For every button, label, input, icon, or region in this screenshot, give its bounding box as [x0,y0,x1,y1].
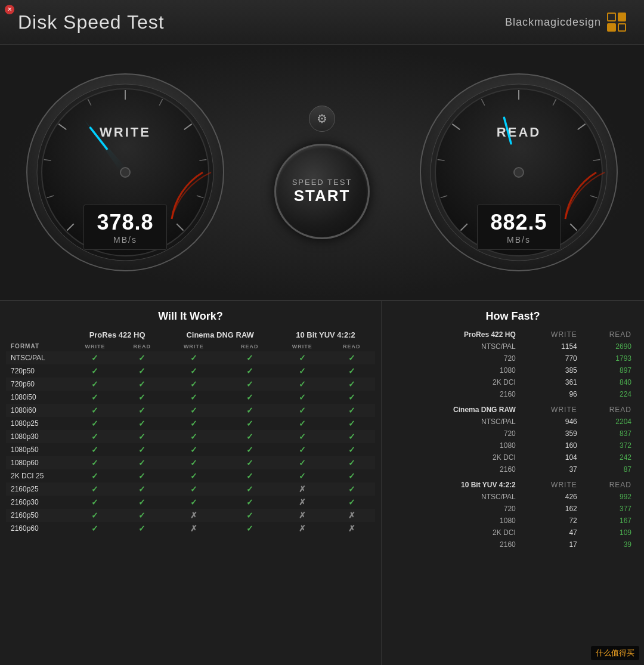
hf-group-row: Cinema DNG RAWWRITEREAD [391,404,635,416]
wiw-cell: ✓ [223,456,276,469]
wiw-cell: ✓ [276,456,329,469]
wiw-cell: ✓ [70,391,120,404]
hf-read-value: 1793 [581,352,635,364]
hf-title: How Fast? [391,310,635,323]
wiw-sh-3: WRITE [164,341,223,351]
hf-write-value: 96 [519,388,581,400]
wiw-cell: ✓ [120,391,164,404]
read-value-box: 882.5 MB/s [477,205,561,250]
settings-button[interactable]: ⚙ [309,106,335,132]
hf-row-label: 1080 [391,364,519,376]
hf-write-value: 37 [519,463,581,475]
start-label1: SPEED TEST [292,178,352,187]
read-value: 882.5 [490,210,548,235]
will-it-work-panel: Will It Work? ProRes 422 HQ Cinema DNG R… [0,301,382,665]
wiw-cell: ✓ [70,522,120,535]
hf-group-row: 10 Bit YUV 4:2:2WRITEREAD [391,479,635,491]
hf-row-label: 1080 [391,440,519,451]
wiw-cell: ✓ [329,378,375,391]
hf-data-row: 21601739 [391,539,635,550]
hf-write-value: 47 [519,527,581,539]
hf-write-value: 1154 [519,341,581,352]
write-gauge: WRITE [24,71,227,274]
wiw-cell: ✓ [164,482,223,496]
wiw-cell: ✓ [120,522,164,535]
start-button[interactable]: SPEED TEST START [274,144,370,239]
wiw-cell: ✓ [223,509,276,522]
wiw-cell: ✓ [223,391,276,404]
wiw-cell: ✗ [276,496,329,509]
wiw-cell: ✓ [70,482,120,496]
wiw-cell: ✓ [164,443,223,456]
wiw-cell: ✓ [164,417,223,430]
wiw-cell: ✓ [164,364,223,378]
watermark: 什么值得买 [591,646,639,660]
data-section: Will It Work? ProRes 422 HQ Cinema DNG R… [0,301,644,665]
wiw-cell: ✓ [329,482,375,496]
wiw-cell: ✓ [329,391,375,404]
hf-group-row: ProRes 422 HQWRITEREAD [391,329,635,341]
hf-write-value: 426 [519,491,581,503]
hf-data-row: 108072167 [391,515,635,527]
wiw-cell: ✓ [329,364,375,378]
hf-write-header: WRITE [519,329,581,341]
wiw-cell: ✓ [329,496,375,509]
wiw-row-label: 2160p25 [6,482,70,496]
wiw-sh-1: WRITE [70,341,120,351]
hf-write-value: 361 [519,376,581,388]
hf-read-value: 2204 [581,416,635,428]
table-row: 1080i60✓✓✓✓✓✓ [6,404,375,417]
hf-write-header: WRITE [519,404,581,416]
wiw-cell: ✓ [223,378,276,391]
hf-group-name: Cinema DNG RAW [391,404,519,416]
wiw-row-label: 2160p50 [6,509,70,522]
read-gauge: READ 882.5 MB/s [417,71,620,274]
wiw-cell: ✓ [164,351,223,364]
hf-row-label: 1080 [391,515,519,527]
wiw-cell: ✓ [70,378,120,391]
wiw-row-label: 2160p60 [6,522,70,535]
hf-row-label: 2160 [391,388,519,400]
wiw-cell: ✓ [223,364,276,378]
wiw-cell: ✓ [329,404,375,417]
wiw-cell: ✓ [120,482,164,496]
table-row: 1080p30✓✓✓✓✓✓ [6,430,375,443]
close-button[interactable]: ✕ [5,5,14,14]
table-row: 2160p30✓✓✓✓✗✓ [6,496,375,509]
wiw-cell: ✓ [329,443,375,456]
wiw-cell: ✓ [120,378,164,391]
write-value: 378.8 [96,210,154,235]
wiw-cell: ✓ [276,417,329,430]
wiw-yuv-header: 10 Bit YUV 4:2:2 [276,329,375,341]
hf-row-label: 2160 [391,463,519,475]
hf-row-label: 2K DCI [391,451,519,463]
table-row: 720p50✓✓✓✓✓✓ [6,364,375,378]
hf-row-label: 720 [391,352,519,364]
hf-read-header: READ [581,329,635,341]
write-gauge-dial: WRITE [24,71,227,274]
read-unit: MB/s [490,235,548,245]
read-gauge-dial: READ 882.5 MB/s [417,71,620,274]
wiw-cell: ✓ [70,496,120,509]
wiw-cell: ✓ [329,351,375,364]
hf-data-row: 21603787 [391,463,635,475]
logo-sq-4 [618,23,627,32]
gear-icon: ⚙ [317,112,327,126]
wiw-cell: ✓ [223,496,276,509]
wiw-cell: ✓ [120,417,164,430]
logo-icon [607,13,626,32]
write-value-box: 378.8 MB/s [83,205,167,250]
wiw-cell: ✓ [329,469,375,482]
wiw-cell: ✓ [120,351,164,364]
hf-row-label: 2K DCI [391,527,519,539]
table-row: 1080i50✓✓✓✓✓✓ [6,391,375,404]
hf-data-row: NTSC/PAL11542690 [391,341,635,352]
wiw-cell: ✓ [223,443,276,456]
hf-write-value: 17 [519,539,581,550]
wiw-cell: ✓ [276,404,329,417]
wiw-cell: ✓ [276,443,329,456]
wiw-cell: ✗ [164,509,223,522]
wiw-row-label: 720p50 [6,364,70,378]
wiw-cell: ✗ [276,509,329,522]
wiw-cell: ✓ [70,351,120,364]
